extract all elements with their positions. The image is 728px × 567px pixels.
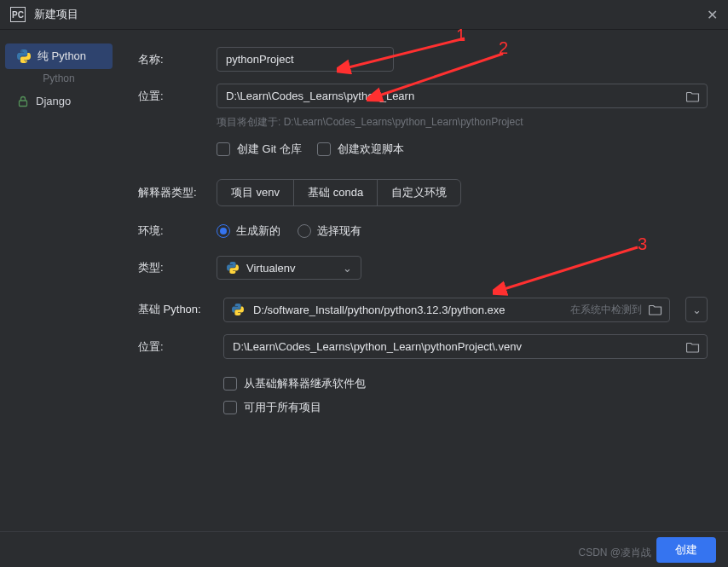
location-label: 位置: — [138, 89, 206, 104]
checkbox-icon — [317, 142, 331, 156]
python-icon — [231, 303, 245, 316]
type-select[interactable]: Virtualenv ⌄ — [217, 256, 361, 280]
seg-custom-env[interactable]: 自定义环境 — [378, 180, 460, 205]
git-checkbox[interactable]: 创建 Git 仓库 — [217, 142, 302, 157]
folder-icon[interactable] — [649, 304, 662, 315]
available-checkbox[interactable]: 可用于所有项目 — [223, 400, 321, 415]
sidebar-item-label: Django — [36, 95, 71, 107]
env-label: 环境: — [138, 223, 206, 239]
type-value: Virtualenv — [246, 262, 296, 275]
type-label: 类型: — [138, 260, 206, 275]
close-icon[interactable]: ✕ — [706, 9, 718, 20]
lock-icon — [17, 95, 29, 107]
app-icon: PC — [10, 7, 26, 22]
checkbox-icon — [217, 142, 230, 156]
titlebar: PC 新建项目 ✕ — [0, 0, 728, 30]
sidebar-item-django[interactable]: Django — [5, 90, 113, 113]
sidebar-subtitle: Python — [0, 71, 118, 90]
radio-select-existing[interactable]: 选择现有 — [298, 223, 361, 239]
base-python-input[interactable] — [245, 298, 570, 321]
inherit-checkbox[interactable]: 从基础解释器继承软件包 — [223, 376, 366, 391]
base-python-hint: 在系统中检测到 — [570, 303, 642, 317]
svg-rect-0 — [20, 101, 27, 107]
radio-icon — [217, 224, 230, 238]
folder-icon[interactable] — [686, 341, 700, 353]
location-input-wrap — [217, 84, 708, 108]
venv-location-label: 位置: — [138, 339, 213, 355]
base-python-dropdown[interactable]: ⌄ — [685, 297, 708, 322]
location-hint: 项目将创建于: D:\Learn\Codes_Learns\python_Lea… — [217, 115, 708, 130]
radio-label: 生成新的 — [236, 223, 280, 239]
name-input[interactable] — [217, 47, 394, 72]
base-python-label: 基础 Python: — [138, 302, 213, 317]
content-panel: 名称: 位置: 项目将创建于: D:\Learn\Codes_Learns\py… — [118, 30, 728, 533]
interpreter-type-segment: 项目 venv 基础 conda 自定义环境 — [217, 179, 461, 206]
radio-icon — [298, 224, 311, 238]
venv-location-input-wrap — [223, 334, 708, 359]
checkbox-label: 可用于所有项目 — [244, 400, 321, 415]
sidebar: 纯 Python Python Django — [0, 30, 118, 533]
radio-label: 选择现有 — [317, 223, 361, 239]
folder-icon[interactable] — [686, 90, 700, 102]
watermark: CSDN @凌肖战 — [578, 546, 651, 560]
seg-base-conda[interactable]: 基础 conda — [294, 180, 378, 205]
create-button[interactable]: 创建 — [656, 537, 716, 563]
window-title: 新建项目 — [34, 7, 706, 22]
python-icon — [17, 49, 31, 63]
welcome-checkbox[interactable]: 创建欢迎脚本 — [317, 142, 404, 157]
checkbox-label: 创建欢迎脚本 — [338, 142, 404, 157]
name-label: 名称: — [138, 52, 206, 67]
checkbox-icon — [223, 377, 237, 391]
chevron-down-icon: ⌄ — [343, 262, 352, 275]
sidebar-item-pure-python[interactable]: 纯 Python — [5, 43, 113, 69]
radio-generate-new[interactable]: 生成新的 — [217, 223, 280, 239]
python-icon — [226, 261, 240, 275]
location-input[interactable] — [217, 84, 686, 107]
seg-project-venv[interactable]: 项目 venv — [217, 180, 294, 205]
checkbox-label: 创建 Git 仓库 — [237, 142, 302, 157]
base-python-input-wrap: 在系统中检测到 — [223, 298, 670, 322]
checkbox-icon — [223, 401, 237, 414]
venv-location-input[interactable] — [224, 335, 686, 358]
interpreter-type-label: 解释器类型: — [138, 185, 206, 200]
checkbox-label: 从基础解释器继承软件包 — [244, 376, 366, 391]
sidebar-item-label: 纯 Python — [38, 49, 86, 64]
